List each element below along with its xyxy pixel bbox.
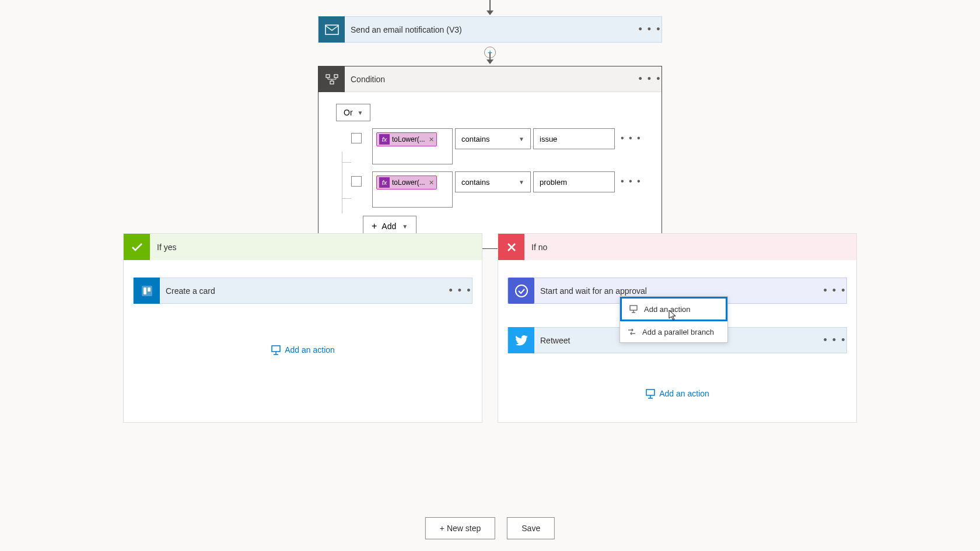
condition-title: Condition bbox=[345, 75, 638, 84]
check-icon bbox=[124, 234, 150, 260]
remove-expression-button[interactable]: ✕ bbox=[429, 136, 434, 143]
action-email-title: Send an email notification (V3) bbox=[345, 25, 638, 34]
action-email[interactable]: Send an email notification (V3) • • • bbox=[318, 16, 662, 43]
add-action-icon bbox=[645, 388, 656, 399]
condition-row: fx toLower(... ✕ contains ▼ • • • bbox=[351, 171, 644, 208]
svg-marker-1 bbox=[487, 10, 494, 15]
condition-row: fx toLower(... ✕ contains ▼ • • • bbox=[351, 128, 644, 164]
svg-marker-4 bbox=[487, 59, 494, 64]
operator-dropdown[interactable]: contains ▼ bbox=[455, 171, 531, 192]
row-checkbox[interactable] bbox=[351, 176, 362, 187]
svg-point-20 bbox=[516, 285, 527, 297]
expression-input[interactable]: fx toLower(... ✕ bbox=[372, 128, 453, 164]
parallel-branch-icon bbox=[627, 327, 636, 336]
svg-rect-7 bbox=[330, 81, 334, 84]
add-action-icon bbox=[629, 304, 638, 314]
close-icon bbox=[498, 234, 524, 260]
svg-rect-15 bbox=[272, 346, 280, 352]
branch-yes: If yes Create a card • • • Add an action bbox=[123, 233, 482, 423]
operator-dropdown[interactable]: contains ▼ bbox=[455, 128, 531, 149]
chevron-down-icon: ▼ bbox=[402, 223, 408, 230]
remove-expression-button[interactable]: ✕ bbox=[429, 179, 434, 187]
cursor-icon bbox=[667, 309, 678, 322]
add-action-button[interactable]: Add an action bbox=[508, 388, 847, 399]
chevron-down-icon: ▼ bbox=[519, 179, 524, 185]
svg-rect-6 bbox=[334, 75, 338, 78]
condition-menu-button[interactable]: • • • bbox=[638, 73, 662, 85]
branch-no-header[interactable]: If no bbox=[498, 234, 856, 260]
svg-rect-13 bbox=[144, 287, 146, 294]
logic-label: Or bbox=[344, 108, 353, 117]
row-menu-button[interactable]: • • • bbox=[621, 176, 642, 187]
add-action-button[interactable]: Add an action bbox=[133, 345, 473, 355]
condition-header[interactable]: Condition • • • bbox=[318, 66, 662, 92]
svg-rect-26 bbox=[646, 389, 654, 395]
add-action-icon bbox=[271, 345, 281, 355]
value-input[interactable] bbox=[533, 128, 615, 149]
mail-icon bbox=[318, 16, 345, 43]
trello-icon bbox=[134, 278, 160, 304]
plus-icon: + bbox=[372, 221, 377, 231]
save-button[interactable]: Save bbox=[507, 517, 555, 539]
new-step-button[interactable]: + New step bbox=[425, 517, 495, 539]
fx-pill: fx toLower(... ✕ bbox=[376, 132, 437, 146]
expression-input[interactable]: fx toLower(... ✕ bbox=[372, 171, 453, 208]
svg-rect-12 bbox=[142, 286, 152, 296]
action-approval-title: Start and wait for an approval bbox=[534, 286, 823, 296]
action-menu-button[interactable]: • • • bbox=[823, 285, 846, 297]
fx-icon: fx bbox=[379, 177, 390, 188]
svg-rect-5 bbox=[326, 75, 330, 78]
value-input[interactable] bbox=[533, 171, 615, 192]
arrow-down-icon bbox=[484, 0, 496, 16]
svg-rect-21 bbox=[630, 306, 637, 310]
twitter-icon bbox=[508, 327, 534, 353]
action-trello[interactable]: Create a card • • • bbox=[133, 278, 473, 304]
branch-yes-title: If yes bbox=[150, 243, 176, 252]
action-trello-title: Create a card bbox=[160, 286, 449, 296]
fx-pill: fx toLower(... ✕ bbox=[376, 176, 437, 189]
svg-rect-14 bbox=[148, 287, 150, 292]
fx-icon: fx bbox=[379, 134, 390, 145]
popup-add-parallel[interactable]: Add a parallel branch bbox=[620, 321, 727, 342]
chevron-down-icon: ▼ bbox=[358, 110, 363, 116]
approval-icon bbox=[508, 278, 534, 304]
action-menu-button[interactable]: • • • bbox=[823, 334, 846, 346]
branch-yes-header[interactable]: If yes bbox=[124, 234, 482, 260]
arrow-down-icon bbox=[484, 52, 496, 65]
row-menu-button[interactable]: • • • bbox=[621, 133, 642, 143]
condition-icon bbox=[318, 66, 345, 92]
logic-dropdown[interactable]: Or ▼ bbox=[336, 104, 370, 121]
branch-no: If no Start and wait for an approval • •… bbox=[498, 233, 857, 423]
branch-no-title: If no bbox=[524, 243, 547, 252]
svg-rect-2 bbox=[326, 25, 338, 34]
action-menu-button[interactable]: • • • bbox=[449, 285, 472, 297]
condition-card: Condition • • • Or ▼ fx toLower(... bbox=[318, 66, 662, 249]
chevron-down-icon: ▼ bbox=[519, 136, 524, 142]
action-menu-button[interactable]: • • • bbox=[638, 23, 662, 36]
row-checkbox[interactable] bbox=[351, 133, 362, 143]
